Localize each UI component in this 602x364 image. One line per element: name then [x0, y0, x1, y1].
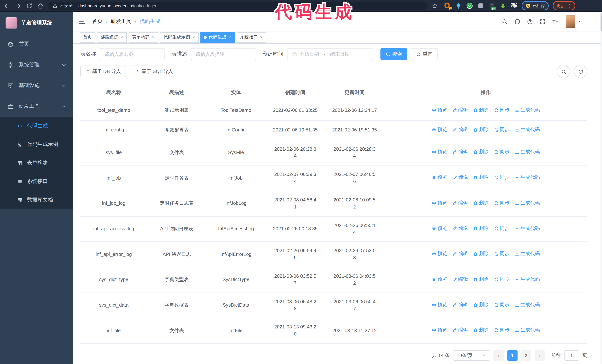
edit-link[interactable]: 编辑 [452, 200, 468, 207]
hamburger-icon[interactable] [78, 18, 86, 25]
bookmark-star-icon[interactable] [432, 3, 438, 9]
sidebar-subitem[interactable]: 系统接口 [0, 172, 73, 191]
reload-icon[interactable] [26, 2, 32, 9]
generate-code-link[interactable]: 生成代码 [515, 126, 540, 133]
close-icon[interactable]: × [120, 35, 123, 40]
tag-tab[interactable]: 表单构建× [129, 32, 158, 42]
breadcrumb-dev-tools[interactable]: 研发工具 [111, 18, 131, 25]
preview-link[interactable]: 预览 [431, 301, 447, 308]
fullscreen-icon[interactable] [539, 18, 546, 25]
sidebar-item[interactable]: 基础设施 [0, 75, 73, 96]
edit-link[interactable]: 编辑 [452, 327, 468, 334]
goto-page-input[interactable] [564, 350, 579, 361]
preview-link[interactable]: 预览 [431, 225, 447, 232]
prev-page-button[interactable]: ‹ [494, 350, 504, 361]
generate-code-link[interactable]: 生成代码 [515, 225, 540, 232]
preview-link[interactable]: 预览 [431, 149, 447, 156]
sync-link[interactable]: 同步 [494, 174, 509, 181]
extension-dark-on-icon[interactable]: on [488, 2, 495, 9]
generate-code-link[interactable]: 生成代码 [515, 276, 540, 283]
preview-link[interactable]: 预览 [431, 200, 447, 207]
delete-link[interactable]: 删除 [473, 200, 489, 207]
close-icon[interactable]: × [228, 35, 232, 40]
preview-link[interactable]: 预览 [431, 276, 447, 283]
edit-link[interactable]: 编辑 [452, 174, 468, 181]
sync-link[interactable]: 同步 [494, 200, 509, 207]
scrollbar-thumb[interactable] [601, 13, 602, 31]
delete-link[interactable]: 删除 [473, 149, 489, 156]
delete-link[interactable]: 删除 [473, 107, 489, 114]
page-button-1[interactable]: 1 [507, 350, 517, 361]
tag-tab[interactable]: 系统接口× [237, 32, 266, 42]
edit-link[interactable]: 编辑 [452, 225, 468, 232]
browser-update-chip[interactable]: 更新 [553, 1, 575, 10]
table-name-input[interactable] [100, 48, 165, 60]
extension-puzzle-icon[interactable] [510, 2, 517, 9]
page-button-2[interactable]: 2 [521, 350, 531, 361]
user-menu[interactable] [566, 15, 582, 28]
profile-paused-chip[interactable]: 已暂停 [522, 1, 549, 10]
preview-link[interactable]: 预览 [431, 107, 447, 114]
delete-link[interactable]: 删除 [473, 301, 489, 308]
edit-link[interactable]: 编辑 [452, 126, 468, 133]
date-range-picker[interactable]: 开始日期 - 结束日期 [287, 48, 373, 60]
sidebar-item[interactable]: 首页 [0, 34, 73, 54]
import-sql-button[interactable]: 基于 SQL 导入 [130, 65, 178, 77]
delete-link[interactable]: 删除 [473, 174, 489, 181]
table-desc-input[interactable] [191, 48, 256, 60]
search-button[interactable]: 搜索 [380, 48, 407, 60]
logo-row[interactable]: 芋道管理系统 [0, 12, 73, 34]
search-icon[interactable] [502, 18, 508, 25]
delete-link[interactable]: 删除 [473, 276, 489, 283]
reset-button[interactable]: 重置 [411, 48, 438, 60]
generate-code-link[interactable]: 生成代码 [515, 149, 540, 156]
generate-code-link[interactable]: 生成代码 [515, 107, 540, 114]
next-page-button[interactable]: › [535, 350, 545, 361]
preview-link[interactable]: 预览 [431, 126, 447, 133]
sync-link[interactable]: 同步 [494, 250, 509, 257]
generate-code-link[interactable]: 生成代码 [515, 327, 540, 334]
edit-link[interactable]: 编辑 [452, 107, 468, 114]
tag-tab[interactable]: 代码生成示例× [160, 32, 199, 42]
generate-code-link[interactable]: 生成代码 [515, 174, 540, 181]
delete-link[interactable]: 删除 [473, 225, 489, 232]
sidebar-item[interactable]: 系统管理 [0, 54, 73, 75]
delete-link[interactable]: 删除 [473, 250, 489, 257]
extension-shield-check-icon[interactable] [466, 2, 473, 9]
sync-link[interactable]: 同步 [494, 107, 509, 114]
tag-tab[interactable]: 链路追踪× [97, 32, 127, 42]
import-db-button[interactable]: 基于 DB 导入 [80, 65, 126, 77]
close-icon[interactable]: × [260, 35, 263, 40]
sidebar-subitem[interactable]: 代码生成示例 [0, 135, 73, 154]
delete-link[interactable]: 删除 [473, 327, 489, 334]
sidebar-subitem[interactable]: 数据库文档 [0, 191, 73, 209]
home-icon[interactable] [37, 2, 44, 9]
refresh-table-button[interactable] [574, 65, 587, 78]
forward-icon[interactable] [15, 2, 22, 9]
sidebar-subitem[interactable]: 表单构建 [0, 154, 73, 172]
sync-link[interactable]: 同步 [494, 327, 509, 334]
edit-link[interactable]: 编辑 [452, 301, 468, 308]
close-icon[interactable]: × [192, 35, 195, 40]
edit-link[interactable]: 编辑 [452, 250, 468, 257]
sync-link[interactable]: 同步 [494, 276, 509, 283]
kebab-menu-icon[interactable] [567, 3, 572, 8]
tag-tab[interactable]: 首页 [80, 32, 95, 42]
back-icon[interactable] [4, 2, 10, 9]
github-icon[interactable] [514, 18, 520, 25]
extension-orange-ring-icon[interactable]: 1 [444, 2, 451, 9]
sync-link[interactable]: 同步 [494, 149, 509, 156]
sidebar-subitem[interactable]: 代码生成 [0, 117, 73, 135]
preview-link[interactable]: 预览 [431, 327, 447, 334]
generate-code-link[interactable]: 生成代码 [515, 250, 540, 257]
extension-bug-icon[interactable] [499, 2, 506, 9]
generate-code-link[interactable]: 生成代码 [515, 200, 540, 207]
generate-code-link[interactable]: 生成代码 [515, 301, 540, 308]
address-bar[interactable]: 不安全 dashboard.yudao.iocoder.cn/tool/code… [48, 2, 428, 10]
sync-link[interactable]: 同步 [494, 126, 509, 133]
tag-tab[interactable]: 代码生成× [200, 32, 235, 42]
extension-sliders-icon[interactable] [477, 2, 484, 9]
edit-link[interactable]: 编辑 [452, 276, 468, 283]
sync-link[interactable]: 同步 [494, 225, 509, 232]
show-search-button[interactable] [557, 65, 570, 78]
